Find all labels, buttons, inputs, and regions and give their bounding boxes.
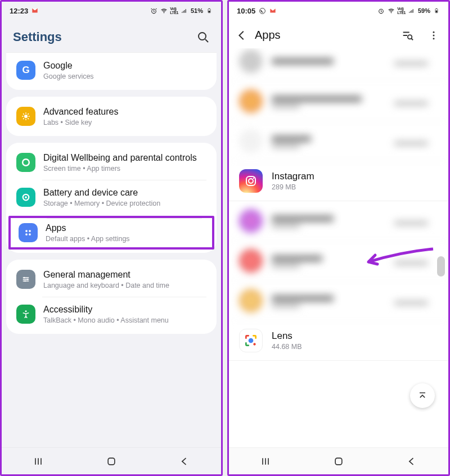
nav-back[interactable] (398, 455, 425, 468)
settings-group: General management Language and keyboard… (6, 260, 217, 334)
battery-percent: 59% (418, 7, 430, 14)
svg-point-25 (408, 35, 412, 39)
svg-point-32 (249, 338, 254, 343)
general-icon (16, 270, 35, 289)
nav-recents[interactable] (252, 455, 279, 468)
svg-point-6 (24, 115, 28, 118)
settings-row-wellbeing[interactable]: Digital Wellbeing and parental controls … (6, 145, 217, 180)
nav-home[interactable] (98, 455, 125, 468)
alarm-icon (377, 7, 385, 15)
battery-icon (433, 7, 440, 15)
signal-icon (181, 7, 188, 15)
app-row-lens[interactable]: Lens 44.68 MB (229, 321, 448, 361)
svg-point-12 (25, 233, 28, 235)
settings-row-general[interactable]: General management Language and keyboard… (6, 262, 217, 297)
volte-indicator: Vo))LTE1 (397, 7, 406, 15)
settings-header: Settings (2, 20, 221, 52)
row-title: Accessibility (43, 304, 206, 315)
svg-point-5 (199, 33, 206, 40)
gmail-icon (269, 7, 277, 15)
svg-point-27 (433, 34, 435, 36)
row-title: Google (43, 60, 206, 71)
row-subtitle: Labs • Side key (43, 119, 206, 126)
apps-header: Apps (229, 20, 448, 48)
app-row-instagram[interactable]: Instagram 289 MB (229, 161, 448, 201)
settings-row-google[interactable]: G Google Google services (6, 52, 217, 88)
svg-point-1 (164, 12, 164, 13)
svg-rect-18 (108, 458, 115, 465)
status-time: 12:23 (10, 7, 28, 15)
row-title: Apps (46, 223, 204, 234)
filter-search-button[interactable] (401, 29, 413, 42)
nav-recents[interactable] (25, 455, 52, 468)
settings-row-apps[interactable]: Apps Default apps • App settings (8, 216, 214, 250)
svg-rect-4 (209, 11, 210, 12)
row-title: Digital Wellbeing and parental controls (43, 152, 206, 164)
settings-row-advanced[interactable]: Advanced features Labs • Side key (6, 99, 217, 134)
app-row-blurred[interactable] (229, 201, 448, 241)
svg-point-15 (27, 279, 29, 280)
row-subtitle: Storage • Memory • Device protection (43, 200, 206, 207)
app-row-blurred[interactable] (229, 81, 448, 121)
svg-rect-24 (436, 11, 438, 13)
row-subtitle: Screen time • App timers (43, 165, 206, 173)
svg-point-10 (25, 230, 28, 232)
phone-apps: 10:05 Vo))LTE1 59% Apps (227, 0, 450, 476)
battery-care-icon (16, 188, 35, 207)
back-button[interactable] (236, 29, 248, 42)
settings-row-accessibility[interactable]: Accessibility TalkBack • Mono audio • As… (6, 297, 217, 332)
svg-point-7 (22, 159, 29, 166)
apps-icon (19, 223, 38, 242)
row-subtitle: Language and keyboard • Date and time (43, 282, 206, 289)
svg-point-13 (29, 233, 31, 235)
signal-icon (408, 7, 416, 15)
scroll-to-top-button[interactable] (410, 383, 435, 408)
row-title: Battery and device care (43, 187, 206, 198)
settings-list[interactable]: G Google Google services Advanced featur… (2, 52, 221, 447)
search-button[interactable] (196, 30, 210, 44)
app-row-blurred[interactable] (229, 281, 448, 321)
svg-point-30 (249, 179, 253, 183)
battery-icon (205, 7, 213, 15)
svg-point-14 (24, 277, 25, 279)
more-button[interactable] (428, 30, 439, 41)
app-size: 289 MB (272, 183, 438, 191)
whatsapp-icon (258, 7, 266, 15)
wifi-icon (160, 7, 168, 15)
svg-rect-3 (209, 8, 210, 9)
settings-row-battery[interactable]: Battery and device care Storage • Memory… (6, 180, 217, 215)
settings-group: Advanced features Labs • Side key (6, 97, 217, 136)
settings-group: G Google Google services (6, 52, 217, 90)
wifi-icon (387, 7, 395, 15)
svg-rect-34 (335, 458, 342, 465)
app-row-blurred[interactable] (229, 48, 448, 81)
app-name: Lens (272, 330, 438, 342)
status-time: 10:05 (237, 7, 255, 15)
settings-group: Digital Wellbeing and parental controls … (6, 143, 217, 253)
wellbeing-icon (16, 153, 35, 172)
google-icon: G (16, 61, 35, 80)
nav-home[interactable] (325, 455, 352, 468)
row-subtitle: Google services (43, 72, 206, 80)
app-name: Instagram (272, 171, 438, 182)
svg-point-11 (29, 230, 31, 232)
apps-list[interactable]: Instagram 289 MB (229, 48, 448, 447)
svg-point-9 (25, 196, 27, 198)
lens-icon (239, 329, 263, 352)
svg-point-19 (259, 8, 265, 13)
svg-point-31 (253, 178, 254, 179)
app-row-blurred[interactable] (229, 121, 448, 161)
battery-percent: 51% (191, 7, 203, 14)
nav-back[interactable] (171, 455, 198, 468)
page-title: Apps (255, 29, 394, 42)
volte-indicator: Vo))LTE1 (170, 7, 178, 15)
nav-bar (229, 447, 448, 474)
alarm-icon (150, 7, 158, 15)
svg-point-16 (24, 280, 26, 282)
phone-settings: 12:23 Vo))LTE1 51% Settings G Google (0, 0, 223, 476)
accessibility-icon (16, 305, 35, 324)
app-row-blurred[interactable] (229, 241, 448, 281)
scroll-handle[interactable] (437, 256, 445, 276)
status-bar: 10:05 Vo))LTE1 59% (229, 2, 448, 20)
status-bar: 12:23 Vo))LTE1 51% (2, 2, 221, 20)
